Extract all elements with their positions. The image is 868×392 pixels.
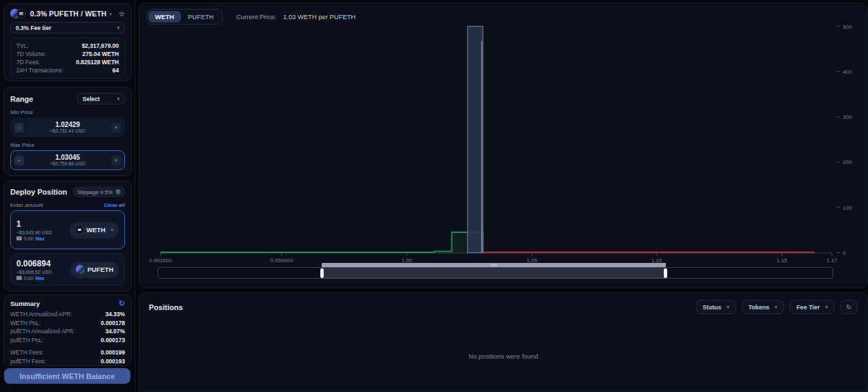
min-price-increment-button[interactable]: + (111, 123, 121, 132)
gear-icon[interactable]: ⚙ (115, 188, 121, 195)
stat-row-tvl: TVL: $2,317,679.00 (16, 42, 119, 50)
stat-label: TVL: (16, 42, 29, 50)
fee-tier-filter-dropdown[interactable]: Fee Tier ▾ (789, 300, 835, 314)
summary-label: WETH Annualized APR: (10, 310, 72, 319)
positions-filters: Status ▾ Tokens ▾ Fee Tier ▾ ↻ (696, 300, 858, 314)
summary-label: pufETH Annualized APR: (10, 327, 75, 336)
tab-pufeth[interactable]: PUFETH (181, 11, 221, 23)
token-select-pufeth[interactable]: PUFETH (70, 262, 119, 278)
chevron-down-icon: ▾ (109, 12, 112, 16)
summary-value: 34.07% (105, 327, 125, 336)
summary-row: pufETH Annualized APR: 34.07% (10, 327, 125, 336)
refresh-icon: ↻ (846, 303, 852, 311)
x-tick-label: 1.15 (776, 257, 787, 263)
amount-usd: ~$3,643.90 USD (16, 230, 70, 235)
tokens-filter-dropdown[interactable]: Tokens ▾ (742, 300, 784, 314)
amount-usd: ~$3,695.52 USD (16, 270, 70, 275)
clear-all-link[interactable]: Clear all (104, 202, 125, 208)
max-button[interactable]: Max (36, 236, 45, 241)
amount-value[interactable]: 1 (16, 219, 70, 229)
slippage-label: Slippage 0.5% (77, 189, 113, 195)
max-button[interactable]: Max (36, 276, 45, 281)
refresh-icon[interactable]: ↻ (119, 300, 125, 307)
amount-input-pufeth[interactable]: 0.006894 ~$3,695.52 USD 0.00 Max PUFETH (10, 253, 125, 285)
positions-heading: Positions (149, 303, 183, 311)
summary-label: pufETH Fees: (10, 357, 46, 366)
token-name: PUFETH (87, 266, 113, 273)
chevron-down-icon: ▾ (117, 96, 120, 101)
weth-token-icon (75, 225, 84, 234)
sidebar: 0.3% PUFETH / WETH ▾ ☆ 0.3% Fee tier ▾ T… (0, 0, 135, 392)
selected-range-bar (468, 27, 484, 253)
brush-center-grip[interactable] (491, 264, 497, 266)
max-price-decrement-button[interactable]: − (14, 156, 24, 165)
enter-amount-label: Enter amount (10, 202, 43, 208)
stat-row-fees: 7D Fees: 0.825128 WETH (16, 58, 119, 66)
summary-heading: Summary (10, 300, 40, 307)
deploy-heading: Deploy Position (10, 188, 67, 196)
summary-label: WETH PnL: (10, 319, 41, 328)
range-card: Range Select ▾ Min Price − 1.02429 ≈$3,7… (3, 87, 132, 176)
pool-info-card: 0.3% PUFETH / WETH ▾ ☆ 0.3% Fee tier ▾ T… (3, 3, 132, 81)
amount-input-weth[interactable]: 1 ~$3,643.90 USD 0.00 Max WETH ▾ (10, 210, 125, 249)
max-price-value[interactable]: 1.03045 (24, 154, 111, 162)
fee-tier-select[interactable]: 0.3% Fee tier ▾ (10, 22, 125, 33)
pool-pair-row[interactable]: 0.3% PUFETH / WETH ▾ ☆ (10, 9, 125, 18)
stat-value: $2,317,679.00 (82, 42, 119, 50)
min-price-value[interactable]: 1.02429 (24, 121, 111, 129)
insufficient-balance-button[interactable]: Insufficient WETH Balance (4, 368, 130, 384)
min-price-decrement-button[interactable]: − (14, 123, 24, 132)
x-tick-label: 1.10 (652, 257, 662, 263)
status-filter-dropdown[interactable]: Status ▾ (696, 300, 736, 314)
pool-pair-title[interactable]: 0.3% PUFETH / WETH (30, 10, 107, 18)
positions-empty-message: No positions were found (139, 352, 867, 360)
chart-header: WETH PUFETH Current Price: 1.03 WETH per… (146, 9, 356, 25)
filter-label: Fee Tier (796, 304, 820, 311)
wallet-icon (16, 236, 22, 240)
current-price-value: 1.03 WETH per PUFETH (283, 13, 356, 20)
token-select-weth[interactable]: WETH ▾ (70, 222, 119, 238)
quote-token-toggle[interactable]: WETH PUFETH (146, 9, 223, 25)
max-price-input[interactable]: − 1.03045 ≈$3,754.86 USD + (10, 150, 125, 170)
min-price-label: Min Price (10, 109, 125, 115)
positions-header: Positions Status ▾ Tokens ▾ Fee Tier ▾ ↻ (139, 293, 867, 314)
refresh-positions-button[interactable]: ↻ (840, 300, 858, 314)
range-preset-select[interactable]: Select ▾ (77, 93, 125, 104)
wallet-balance: 0.00 (24, 236, 33, 241)
fee-tier-label: 0.3% Fee tier (16, 25, 51, 31)
y-tick-label: 100 (843, 205, 852, 211)
range-heading: Range (10, 95, 33, 103)
deploy-position-card: Deploy Position Slippage 0.5% ⚙ Enter am… (3, 180, 132, 292)
min-price-input[interactable]: − 1.02429 ≈$3,732.41 USD + (10, 117, 125, 137)
star-icon[interactable]: ☆ (118, 10, 125, 18)
summary-value: 0.000193 (101, 357, 125, 366)
y-tick-label: 200 (843, 159, 852, 165)
brush-handle-right[interactable] (664, 268, 667, 278)
chevron-down-icon: ▾ (825, 305, 828, 309)
min-price-usd: ≈$3,732.41 USD (24, 128, 111, 134)
summary-label: pufETH PnL: (10, 336, 44, 345)
positions-panel: Positions Status ▾ Tokens ▾ Fee Tier ▾ ↻… (139, 292, 868, 392)
summary-row: pufETH Fees: 0.000193 (10, 357, 125, 366)
x-tick-label: 1.00 (402, 257, 412, 263)
token-name: WETH (87, 226, 106, 234)
pool-stats-box: TVL: $2,317,679.00 7D Volume: 275.04 WET… (10, 38, 125, 79)
y-tick-label: 400 (843, 69, 852, 75)
slippage-chip[interactable]: Slippage 0.5% ⚙ (73, 186, 125, 197)
summary-row: WETH Annualized APR: 34.33% (10, 310, 125, 319)
summary-row: WETH Fees: 0.000199 (10, 348, 125, 357)
filter-label: Status (703, 304, 722, 311)
weth-token-icon (16, 9, 26, 18)
stat-value: 275.04 WETH (83, 50, 119, 58)
liquidity-chart-panel: 0.9015000.9500001.001.051.101.151.170100… (139, 3, 868, 288)
stat-row-transactions: 24H Transactions: 64 (16, 66, 119, 74)
x-tick-label: 1.05 (527, 257, 537, 263)
amount-value[interactable]: 0.006894 (16, 259, 70, 268)
max-price-increment-button[interactable]: + (111, 156, 121, 165)
chevron-down-icon: ▾ (727, 305, 729, 309)
y-tick-label: 0 (843, 250, 846, 256)
range-preset-label: Select (83, 96, 100, 102)
brush-handle-left[interactable] (320, 268, 324, 278)
wallet-icon (16, 276, 22, 280)
tab-weth[interactable]: WETH (148, 11, 181, 23)
